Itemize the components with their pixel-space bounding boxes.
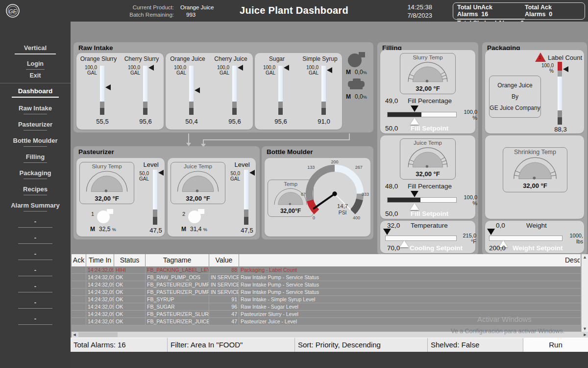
- product-name: Orange Juice: [490, 82, 540, 89]
- sidebar-item-packaging[interactable]: Packaging: [0, 169, 71, 177]
- fill-setpoint-marker[interactable]: [410, 203, 419, 210]
- sidebar-item-login[interactable]: Login: [0, 60, 71, 67]
- semicircle-gauge-icon: [403, 146, 452, 168]
- fill-percentage-marker: [411, 105, 418, 112]
- batch-remaining-label: Batch Remaining:: [125, 12, 174, 18]
- col-tagname[interactable]: Tagname: [146, 254, 209, 266]
- bar-max-unit: %: [472, 200, 477, 206]
- pump-number: 1: [91, 211, 94, 217]
- fill-setpoint-marker[interactable]: [410, 118, 419, 125]
- col-time-in[interactable]: Time In: [86, 254, 114, 266]
- unack-alarms-value: 16: [481, 11, 488, 18]
- sidebar-item-blank-5[interactable]: -: [0, 283, 71, 290]
- flow-line: [203, 139, 350, 140]
- level-value: 47,5: [232, 227, 262, 234]
- scroll-right-icon[interactable]: ►: [582, 332, 588, 338]
- label-count-indicator: [558, 62, 562, 125]
- tank-value: 95,6: [131, 118, 160, 125]
- sidebar-item-filling[interactable]: Filling: [0, 153, 71, 160]
- weight-label: Weight: [526, 222, 547, 229]
- alarm-status-bar: Total Alarms: 16 Filter: Area In "FOOD" …: [71, 338, 588, 352]
- tank-value: 95,6: [220, 118, 249, 125]
- psi-value: 14,7: [337, 203, 348, 209]
- sidebar-item-blank-7[interactable]: -: [0, 315, 71, 322]
- alarm-row[interactable]: 14:24:32,098OKFB_RAW_PUMP_OOSIN SERVICER…: [72, 274, 581, 281]
- tank-unit: GAL: [87, 70, 97, 76]
- gauge-title: Slurry Temp: [400, 53, 455, 60]
- pump-speed-readout: M32,5 %: [90, 226, 116, 233]
- scroll-up-icon[interactable]: ▲: [582, 255, 588, 260]
- level-unit: GAL: [230, 176, 240, 182]
- fill-setpoint-value: 50,0: [385, 125, 398, 132]
- sidebar-item-recipes[interactable]: Recipes: [0, 185, 71, 193]
- sidebar-item-blank-1[interactable]: -: [0, 218, 71, 225]
- sidebar-item-exit[interactable]: Exit: [0, 72, 71, 79]
- clock-time: 14:25:38: [391, 3, 432, 11]
- col-ack[interactable]: Ack: [72, 254, 86, 266]
- scroll-down-icon[interactable]: ▼: [582, 326, 588, 331]
- level-label: Level: [139, 161, 163, 168]
- sidebar-item-dashboard[interactable]: Dashboard: [0, 87, 71, 95]
- psi-unit: PSI: [339, 210, 347, 215]
- level-indicator: [153, 170, 157, 225]
- slurry-temp-gauge: Slurry Temp 32,00 °F: [79, 162, 134, 204]
- sidebar-item-blank-4[interactable]: -: [0, 266, 71, 274]
- ge-logo-icon: GE: [5, 3, 21, 19]
- semicircle-gauge-icon: [403, 60, 452, 83]
- motor-pump-icon: [347, 79, 367, 90]
- flow-line: [188, 133, 189, 143]
- raw-intake-panel: Raw Intake Orange Slurry 100,0GAL 55,5 C…: [74, 42, 373, 132]
- fill-percentage-value: 49,0: [385, 97, 398, 105]
- bar-max-unit: %: [472, 115, 477, 121]
- filling-slurry-temp-gauge: Slurry Temp 32,00 °F: [400, 53, 456, 94]
- fill-percentage-bar: [387, 197, 457, 203]
- semicircle-gauge-icon: [508, 156, 562, 180]
- sidebar-nav: Vertical Login Exit Dashboard Raw Intake…: [0, 22, 71, 368]
- sidebar-item-pasteurizer[interactable]: Pasteurizer: [0, 121, 71, 128]
- sidebar-item-blank-6[interactable]: -: [0, 299, 71, 306]
- tank-value: 50,4: [177, 118, 206, 125]
- bar-max: 100,0: [464, 109, 477, 115]
- level-unit: GAL: [139, 176, 149, 182]
- gauge-unit: °F: [434, 85, 440, 92]
- col-value[interactable]: Value: [209, 254, 239, 266]
- cooling-setpoint-marker[interactable]: [400, 240, 409, 247]
- bottle-moulder-card: Temp 32,00°F: [265, 158, 370, 237]
- pump-number: 2: [182, 211, 185, 217]
- sidebar-item-vertical[interactable]: Vertical: [0, 44, 71, 52]
- semicircle-gauge-icon: [173, 169, 222, 193]
- scroll-left-icon[interactable]: ◄: [72, 332, 77, 338]
- tank-level-indicator: [321, 66, 326, 115]
- sidebar-item-blank-3[interactable]: -: [0, 250, 71, 258]
- level-max: 50,0: [140, 171, 149, 176]
- alarm-row[interactable]: 14:24:32,098HIHIFB_PACKING_LABEL_LEV88Pa…: [72, 266, 581, 274]
- tank-max: 100,0: [263, 65, 275, 70]
- sidebar-item-raw-intake[interactable]: Raw Intake: [0, 105, 71, 112]
- pasteurizer-title: Pasteurizer: [78, 148, 114, 156]
- alarm-row[interactable]: 14:24:32,098OKFB_PASTEURIZER_PUMPIN SERV…: [72, 281, 581, 289]
- cooling-setpoint-value: 70,0: [387, 244, 400, 252]
- gauge-unit: °F: [113, 195, 119, 202]
- bar-max-unit: °F: [471, 238, 476, 244]
- alarm-row[interactable]: 14:24:32,098OKFB_PASTEURIZER_PUMPIN SERV…: [72, 289, 581, 296]
- shrinking-temp-gauge: Shrinking Temp 32,00 °F: [503, 147, 567, 192]
- alarm-row[interactable]: 14:24:32,098OKFB_SYRUP91Raw Intake - Sim…: [72, 296, 581, 303]
- sidebar-item-blank-2[interactable]: -: [0, 234, 71, 241]
- tank-max: 100,0: [128, 65, 140, 70]
- sidebar-item-bottle-moulder[interactable]: Bottle Moulder: [0, 137, 71, 144]
- col-status[interactable]: Status: [114, 254, 146, 266]
- packaging-panel: Packaging 1 Label Count 100,0% 88,3 Oran…: [482, 42, 587, 255]
- tank-level-marker: [195, 87, 200, 93]
- col-description[interactable]: Description: [239, 254, 581, 266]
- run-button[interactable]: Run: [523, 338, 588, 352]
- svg-text:GE: GE: [9, 8, 17, 14]
- sidebar-divider: [0, 83, 71, 83]
- table-vertical-scrollbar[interactable]: ▲ ▼: [581, 254, 588, 332]
- gauge-value: 32,00: [416, 85, 432, 92]
- dial-tick: 133: [307, 165, 315, 170]
- alarm-row[interactable]: 14:24:32,098OKFB_SUGAR96Raw Intake - Sug…: [72, 303, 581, 311]
- sidebar-item-alarm-summary[interactable]: Alarm Summary: [0, 202, 71, 209]
- scrollbar-thumb[interactable]: [78, 332, 118, 337]
- cooling-setpoint-label: Cooling Setpoint: [410, 244, 463, 252]
- dial-tick: 267: [355, 165, 363, 170]
